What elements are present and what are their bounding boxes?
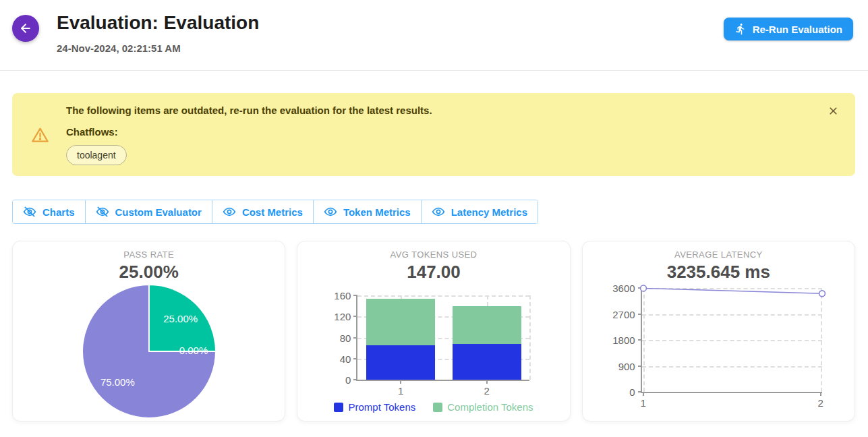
latency-line	[642, 288, 823, 393]
y-axis-label: 2700	[612, 308, 635, 320]
y-axis-label: 900	[618, 360, 635, 372]
toggle-charts[interactable]: Charts	[13, 200, 86, 223]
chatflow-chip: toolagent	[66, 145, 127, 165]
rerun-evaluation-label: Re-Run Evaluation	[753, 24, 842, 35]
legend-label: Prompt Tokens	[348, 401, 415, 413]
tokens-legend: Prompt TokensCompletion Tokens	[297, 401, 569, 413]
pie-slice-label: 0.00%	[179, 345, 208, 356]
page-title: Evaluation: Evaluation	[57, 12, 724, 34]
toggle-custom-evaluator[interactable]: Custom Evaluator	[86, 200, 212, 223]
y-axis-label: 40	[340, 353, 351, 364]
x-axis-label: 2	[817, 397, 823, 409]
gridline-v	[529, 295, 531, 380]
avg-tokens-card: AVG TOKENS USED 147.00 0408012016012 Pro…	[297, 241, 570, 421]
eye-off-icon	[23, 205, 36, 218]
outdated-warning-banner: The following items are outdated, re-run…	[12, 93, 855, 176]
pass-rate-pie-chart: 25.00%0.00%75.00%	[82, 284, 216, 419]
x-tick	[400, 380, 401, 384]
x-axis-label: 1	[398, 385, 403, 397]
toggle-label: Cost Metrics	[242, 206, 303, 218]
chatflow-chips: toolagent	[66, 145, 432, 165]
close-icon	[828, 105, 839, 117]
run-icon	[734, 23, 747, 35]
toggle-cost-metrics[interactable]: Cost Metrics	[212, 200, 314, 223]
metrics-toggle-group: Charts Custom Evaluator Cost Metrics Tok…	[12, 200, 538, 224]
pie-slice-label: 25.00%	[163, 313, 198, 324]
warning-icon	[31, 126, 49, 144]
avg-latency-title: AVERAGE LATENCY	[583, 250, 855, 260]
y-axis-label: 80	[340, 332, 351, 343]
eye-icon	[324, 205, 337, 218]
toggle-latency-metrics[interactable]: Latency Metrics	[422, 200, 538, 223]
avg-latency-card: AVERAGE LATENCY 3235.645 ms 090018002700…	[582, 241, 855, 421]
y-tick	[353, 379, 357, 380]
legend-item: Completion Tokens	[433, 401, 533, 413]
legend-label: Completion Tokens	[447, 401, 533, 413]
data-point	[819, 291, 825, 297]
pie-slice-label: 75.00%	[100, 376, 135, 388]
x-tick	[486, 380, 488, 384]
rerun-evaluation-button[interactable]: Re-Run Evaluation	[724, 18, 853, 40]
toggle-label: Charts	[42, 206, 75, 218]
y-axis-label: 1800	[612, 334, 635, 346]
eye-icon	[223, 205, 236, 218]
pass-rate-value: 25.00%	[13, 262, 285, 283]
pass-rate-card: PASS RATE 25.00% 25.00%0.00%75.00%	[12, 241, 285, 421]
header-divider	[0, 70, 868, 71]
bar-segment	[366, 299, 435, 345]
y-axis-label: 120	[334, 311, 351, 322]
toggle-label: Latency Metrics	[451, 206, 527, 218]
warning-message: The following items are outdated, re-run…	[66, 105, 432, 116]
y-tick	[353, 337, 357, 339]
latency-line-plot: 090018002700360012	[641, 288, 822, 393]
legend-item: Prompt Tokens	[334, 401, 415, 413]
eye-off-icon	[96, 205, 109, 218]
bar-segment	[366, 345, 435, 380]
evaluation-timestamp: 24-Nov-2024, 02:21:51 AM	[57, 42, 724, 54]
pass-rate-title: PASS RATE	[13, 250, 285, 260]
x-axis-label: 1	[640, 397, 645, 409]
toggle-label: Token Metrics	[343, 206, 411, 218]
eye-icon	[432, 205, 445, 218]
bar-segment	[453, 344, 521, 380]
toggle-label: Custom Evaluator	[115, 206, 202, 218]
close-banner-button[interactable]	[828, 105, 839, 117]
y-axis-label: 160	[334, 290, 351, 301]
latency-line-chart: 090018002700360012	[583, 287, 855, 395]
avg-tokens-title: AVG TOKENS USED	[297, 250, 569, 260]
tokens-bar-plot: 0408012016012	[356, 295, 529, 381]
avg-tokens-value: 147.00	[297, 262, 569, 283]
legend-swatch	[334, 403, 343, 412]
gridline-h	[357, 295, 529, 297]
x-axis-label: 2	[484, 385, 489, 397]
y-axis-label: 0	[345, 374, 351, 386]
tokens-bar-chart: 0408012016012	[297, 287, 569, 395]
avg-latency-value: 3235.645 ms	[583, 262, 855, 283]
y-tick	[353, 316, 357, 317]
data-point	[640, 285, 646, 291]
y-axis-label: 0	[629, 386, 635, 398]
legend-swatch	[433, 403, 442, 412]
y-axis-label: 3600	[612, 283, 635, 294]
back-button[interactable]	[12, 15, 39, 42]
chart-cards: PASS RATE 25.00% 25.00%0.00%75.00% AVG T…	[12, 241, 855, 421]
bar-segment	[453, 306, 521, 344]
arrow-left-icon	[19, 22, 32, 35]
chatflows-label: Chatflows:	[66, 126, 432, 138]
y-tick	[353, 358, 357, 359]
toggle-token-metrics[interactable]: Token Metrics	[314, 200, 422, 223]
line-path	[643, 289, 822, 294]
y-tick	[353, 295, 357, 296]
header: Evaluation: Evaluation 24-Nov-2024, 02:2…	[0, 0, 868, 54]
